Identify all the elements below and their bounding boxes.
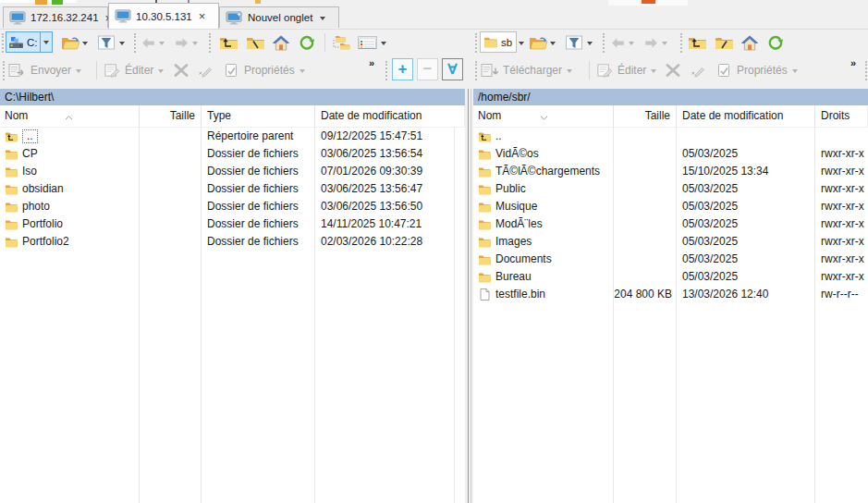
folder-row[interactable]: Bureau05/03/2025rwxr-xr-x bbox=[473, 268, 868, 286]
new-tab-button[interactable]: Nouvel onglet bbox=[219, 6, 339, 28]
rename-button[interactable] bbox=[690, 59, 706, 81]
folder-row[interactable]: Images05/03/2025rwxr-xr-x bbox=[473, 233, 868, 251]
delete-button[interactable] bbox=[173, 59, 189, 81]
folder-row[interactable]: VidÃ©os05/03/2025rwxr-xr-x bbox=[473, 145, 868, 163]
local-path-bar[interactable]: C:\Hilbert\ bbox=[0, 89, 465, 105]
forward-button[interactable] bbox=[174, 31, 189, 54]
filter-dropdown[interactable] bbox=[587, 31, 593, 54]
refresh-icon[interactable] bbox=[298, 31, 316, 54]
edit-button[interactable]: Éditer bbox=[596, 59, 656, 81]
upload-button[interactable]: Envoyer bbox=[8, 59, 81, 81]
chevron-down-icon[interactable] bbox=[651, 69, 656, 76]
folder-row[interactable]: TÃ©lÃ©chargements15/10/2025 13:34rwxr-xr… bbox=[473, 163, 868, 180]
filter-all-button[interactable]: ∀ bbox=[442, 58, 463, 80]
chevron-down-icon[interactable] bbox=[158, 69, 164, 76]
close-icon[interactable]: × bbox=[199, 10, 206, 22]
toolbar-grip[interactable] bbox=[2, 33, 4, 53]
chevron-down-icon[interactable] bbox=[76, 69, 81, 76]
remote-path-bar[interactable]: /home/sbr/ bbox=[473, 89, 868, 105]
forward-button[interactable] bbox=[643, 31, 659, 54]
toolbar-overflow-chevron[interactable]: » bbox=[369, 57, 373, 68]
folder-row[interactable]: ModÃ¨les05/03/2025rwxr-xr-x bbox=[473, 215, 868, 233]
chevron-down-icon[interactable] bbox=[300, 69, 305, 76]
folder-row[interactable]: Musique05/03/2025rwxr-xr-x bbox=[473, 198, 868, 215]
chevron-down-icon[interactable] bbox=[320, 17, 325, 23]
panel-splitter[interactable] bbox=[465, 89, 473, 503]
chevron-down-icon[interactable] bbox=[792, 69, 798, 76]
toolbar-grip[interactable] bbox=[603, 33, 605, 53]
folder-row[interactable]: Portfolio2Dossier de fichiers02/03/2026 … bbox=[0, 233, 465, 251]
remove-button[interactable]: − bbox=[417, 58, 438, 80]
back-button[interactable] bbox=[141, 31, 156, 54]
folder-row[interactable]: photoDossier de fichiers03/06/2025 13:56… bbox=[0, 198, 465, 215]
root-directory-button[interactable] bbox=[246, 31, 265, 54]
toolbar-grip[interactable] bbox=[134, 33, 136, 53]
toolbar-grip[interactable] bbox=[680, 33, 682, 53]
session-tab-1[interactable]: 172.16.32.241 × bbox=[3, 6, 108, 28]
column-header-date[interactable]: Date de modification bbox=[315, 105, 465, 127]
folder-row[interactable]: CPDossier de fichiers03/06/2025 13:56:54 bbox=[0, 145, 465, 163]
properties-button[interactable]: Propriétés bbox=[224, 59, 305, 81]
file-row[interactable]: testfile.bin204 800 KB13/03/2026 12:40rw… bbox=[473, 286, 868, 303]
back-dropdown[interactable] bbox=[159, 31, 165, 54]
open-directory-button[interactable] bbox=[61, 31, 80, 54]
session-tab-2-active[interactable]: 10.30.5.131 × bbox=[108, 3, 219, 29]
parent-directory-button[interactable] bbox=[688, 31, 707, 54]
toolbar-grip[interactable] bbox=[475, 33, 477, 53]
forward-dropdown[interactable] bbox=[192, 31, 198, 54]
toolbar-grip[interactable] bbox=[385, 61, 387, 80]
home-directory-button[interactable] bbox=[272, 31, 290, 54]
file-date: 05/03/2025 bbox=[677, 198, 815, 215]
edit-button[interactable]: Éditer bbox=[104, 59, 164, 81]
filter-button[interactable] bbox=[565, 31, 583, 54]
file-size bbox=[614, 128, 677, 145]
toolbar-separator bbox=[96, 61, 97, 80]
download-button[interactable]: Télécharger bbox=[481, 59, 572, 81]
filter-button[interactable] bbox=[97, 31, 116, 54]
column-header-size[interactable]: Taille bbox=[140, 105, 202, 127]
forward-dropdown[interactable] bbox=[662, 31, 667, 54]
column-header-rights[interactable]: Droits bbox=[815, 105, 868, 127]
remote-directory-selector[interactable]: sb bbox=[480, 31, 517, 53]
toolbar-grip[interactable] bbox=[209, 33, 211, 53]
folder-row[interactable]: Documents05/03/2025rwxr-xr-x bbox=[473, 251, 868, 268]
file-size bbox=[140, 233, 202, 251]
root-directory-button[interactable] bbox=[715, 31, 734, 54]
open-directory-dropdown[interactable] bbox=[550, 31, 556, 54]
folder-row[interactable]: Public05/03/2025rwxr-xr-x bbox=[473, 180, 868, 198]
toolbar-grip[interactable] bbox=[865, 61, 867, 80]
column-header-type[interactable]: Type bbox=[202, 105, 315, 127]
parent-dir-row[interactable]: .. bbox=[473, 128, 868, 145]
back-dropdown[interactable] bbox=[629, 31, 634, 54]
remote-directory-dropdown[interactable] bbox=[519, 31, 524, 54]
parent-dir-row[interactable]: ..Répertoire parent09/12/2025 15:47:51 bbox=[0, 128, 465, 145]
folder-row[interactable]: obsidianDossier de fichiers03/06/2025 13… bbox=[0, 180, 465, 198]
file-size bbox=[140, 145, 202, 163]
file-type: Dossier de fichiers bbox=[202, 198, 315, 215]
local-drive-selector[interactable]: C: bbox=[6, 31, 53, 53]
filter-dropdown[interactable] bbox=[119, 31, 125, 54]
properties-button[interactable]: Propriétés bbox=[716, 59, 798, 81]
drive-dropdown[interactable] bbox=[40, 32, 52, 52]
column-header-size[interactable]: Taille bbox=[614, 105, 677, 127]
rename-button[interactable] bbox=[197, 59, 214, 81]
toolbar-grip[interactable] bbox=[475, 61, 477, 80]
view-mode-button[interactable] bbox=[358, 31, 377, 54]
directory-tree-button[interactable] bbox=[331, 31, 351, 54]
folder-row[interactable]: IsoDossier de fichiers07/01/2026 09:30:3… bbox=[0, 163, 465, 180]
toolbar-grip[interactable] bbox=[3, 61, 5, 80]
open-directory-button[interactable] bbox=[529, 31, 548, 54]
parent-directory-button[interactable] bbox=[219, 31, 238, 54]
view-mode-dropdown[interactable] bbox=[381, 31, 386, 54]
refresh-icon[interactable] bbox=[766, 31, 785, 54]
local-column-headers: Nom Taille Type Date de modification bbox=[0, 105, 465, 128]
chevron-down-icon[interactable] bbox=[567, 69, 572, 76]
folder-row[interactable]: PortfolioDossier de fichiers14/11/2025 1… bbox=[0, 215, 465, 233]
toolbar-overflow-chevron[interactable]: » bbox=[850, 57, 855, 68]
back-button[interactable] bbox=[610, 31, 626, 54]
column-header-date[interactable]: Date de modification bbox=[677, 105, 815, 127]
delete-button[interactable] bbox=[665, 59, 681, 81]
home-directory-button[interactable] bbox=[740, 31, 759, 54]
open-directory-dropdown[interactable] bbox=[82, 31, 88, 54]
add-button[interactable]: + bbox=[392, 58, 413, 80]
